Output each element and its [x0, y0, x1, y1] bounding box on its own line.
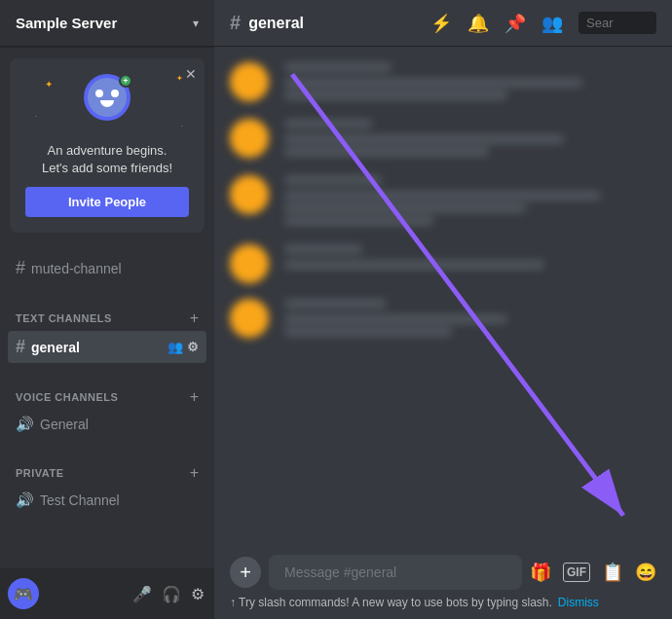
add-text-channel-icon[interactable]: + — [190, 310, 199, 327]
invite-avatar-area: ✦ ✦ · · + — [25, 74, 189, 132]
settings-icon[interactable]: ⚙ — [189, 583, 206, 605]
muted-channel-section: # muted-channel — [0, 252, 214, 286]
private-channels-label: PRIVATE — [16, 467, 64, 479]
invite-people-button[interactable]: Invite People — [25, 187, 189, 217]
text-channels-label: TEXT CHANNELS — [16, 312, 112, 324]
avatar-detail — [111, 90, 119, 97]
message-text — [284, 191, 601, 200]
message-avatar — [230, 62, 269, 101]
message-content — [284, 244, 656, 273]
message-author — [284, 244, 362, 254]
message-text — [284, 203, 526, 213]
dismiss-button[interactable]: Dismiss — [558, 596, 599, 609]
message-item — [230, 175, 656, 229]
settings-channel-icon[interactable]: ⚙ — [187, 340, 199, 354]
message-item — [230, 244, 656, 283]
volume-icon-private: 🔊 — [16, 492, 34, 509]
message-author — [284, 175, 382, 185]
message-item — [230, 62, 656, 103]
channel-item-muted[interactable]: # muted-channel — [8, 252, 206, 284]
add-private-channel-icon[interactable]: + — [190, 464, 199, 482]
slash-hint: ↑ Try slash commands! A new way to use b… — [214, 590, 672, 619]
message-text — [284, 216, 433, 226]
channel-header-name: general — [248, 15, 304, 32]
sparkle-icon: ✦ — [45, 79, 53, 90]
message-item — [230, 299, 656, 340]
channel-header-hash: # — [230, 12, 241, 34]
bottom-area: + 🎁 GIF 📋 😄 ↑ Try slash commands! A new … — [214, 543, 672, 619]
sparkle-icon: ✦ — [176, 74, 183, 83]
search-input[interactable] — [579, 12, 656, 34]
channel-item-general[interactable]: # general 👥 ⚙ — [8, 331, 206, 363]
voice-channels-section: VOICE CHANNELS + 🔊 General — [0, 373, 214, 441]
message-text — [284, 91, 507, 100]
sticker-icon[interactable]: 📋 — [602, 562, 623, 583]
input-right-icons: 🎁 GIF 📋 😄 — [530, 562, 656, 583]
invite-popup-text: An adventure begins. Let's add some frie… — [25, 142, 189, 177]
private-channels-header: PRIVATE + — [8, 449, 206, 486]
sparkle-icon: · — [181, 123, 183, 129]
user-discriminator — [47, 597, 95, 602]
message-text — [284, 260, 544, 270]
message-content — [284, 175, 656, 229]
messages-area[interactable] — [214, 47, 672, 543]
channel-item-test[interactable]: 🔊 Test Channel — [8, 486, 206, 515]
message-author — [284, 299, 387, 309]
voice-channels-label: VOICE CHANNELS — [16, 391, 118, 403]
volume-icon: 🔊 — [16, 416, 34, 433]
add-voice-channel-icon[interactable]: + — [190, 388, 199, 406]
message-text — [284, 134, 564, 144]
invite-popup: ✕ ✦ ✦ · · + An adventure begins. Let's a… — [10, 58, 205, 233]
message-avatar — [230, 299, 269, 338]
slash-hint-text: ↑ Try slash commands! A new way to use b… — [230, 596, 552, 609]
username — [47, 586, 115, 594]
text-channels-header: TEXT CHANNELS + — [8, 294, 206, 331]
private-channel-name: Test Channel — [40, 492, 120, 508]
channel-name-general: general — [31, 340, 80, 355]
avatar: + — [84, 74, 131, 121]
user-bar: 🎮 🎤 🎧 ⚙ — [0, 568, 214, 619]
threads-icon[interactable]: ⚡ — [430, 13, 452, 34]
header-icons: ⚡ 🔔 📌 👥 — [430, 12, 656, 34]
avatar-badge: + — [119, 74, 132, 88]
pin-icon[interactable]: 📌 — [504, 13, 526, 34]
avatar-detail — [95, 90, 103, 97]
user-avatar: 🎮 — [8, 578, 39, 609]
channel-sidebar: Sample Server ▾ ✕ ✦ ✦ · · + An adventure… — [0, 0, 214, 619]
channel-header: # general ⚡ 🔔 📌 👥 — [214, 0, 672, 47]
add-attachment-button[interactable]: + — [230, 557, 261, 588]
sparkle-icon: · — [35, 113, 37, 120]
message-content — [284, 299, 656, 340]
message-avatar — [230, 244, 269, 283]
server-header[interactable]: Sample Server ▾ — [0, 0, 214, 47]
message-author — [284, 62, 392, 72]
server-menu-icon: ▾ — [193, 17, 199, 30]
voice-channel-name: General — [40, 417, 89, 432]
deafen-icon[interactable]: 🎧 — [160, 583, 183, 605]
emoji-icon[interactable]: 😄 — [635, 562, 656, 583]
channel-item-voice-general[interactable]: 🔊 General — [8, 410, 206, 439]
discord-logo-icon: 🎮 — [14, 585, 33, 603]
server-name: Sample Server — [16, 15, 117, 31]
voice-channels-header: VOICE CHANNELS + — [8, 373, 206, 410]
message-content — [284, 62, 656, 103]
private-channels-section: PRIVATE + 🔊 Test Channel — [0, 449, 214, 517]
user-controls: 🎤 🎧 ⚙ — [131, 583, 206, 605]
members-icon[interactable]: 👥 — [541, 13, 563, 34]
text-channels-section: TEXT CHANNELS + # general 👥 ⚙ — [0, 294, 214, 365]
gif-icon[interactable]: GIF — [563, 563, 590, 582]
message-text — [284, 327, 452, 337]
message-input-row: + 🎁 GIF 📋 😄 — [214, 543, 672, 590]
message-input[interactable] — [269, 555, 522, 590]
mute-icon[interactable]: 🎤 — [131, 583, 154, 605]
main-content: # general ⚡ 🔔 📌 👥 — [214, 0, 672, 619]
message-avatar — [230, 175, 269, 214]
message-content — [284, 119, 656, 160]
message-text — [284, 147, 489, 157]
hash-icon: # — [16, 337, 25, 357]
channel-action-icons: 👥 ⚙ — [168, 340, 199, 354]
gift-icon[interactable]: 🎁 — [530, 562, 551, 583]
notification-icon[interactable]: 🔔 — [467, 13, 489, 34]
invite-channel-icon[interactable]: 👥 — [168, 340, 183, 354]
user-name-area — [43, 586, 127, 602]
